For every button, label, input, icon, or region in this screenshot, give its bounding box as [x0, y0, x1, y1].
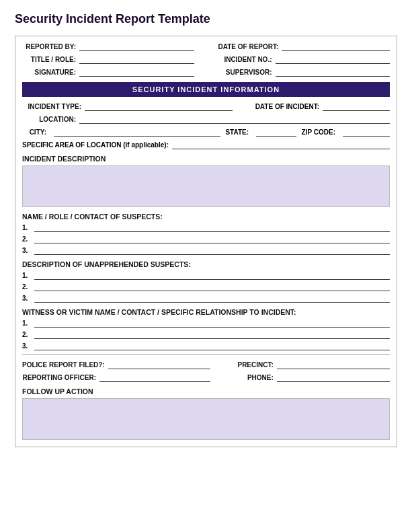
date-of-report-label: DATE OF REPORT:	[218, 43, 279, 50]
signature-field[interactable]	[79, 67, 194, 77]
witness-list: 1. 2. 3.	[22, 318, 390, 350]
zip-field[interactable]	[343, 127, 390, 137]
follow-up-field[interactable]	[22, 398, 390, 440]
title-role-field[interactable]	[79, 54, 194, 64]
reported-by-label: REPORTED BY:	[22, 43, 76, 50]
witness-field-2[interactable]	[34, 330, 390, 339]
unapprehended-field-1[interactable]	[34, 270, 390, 280]
incident-type-field[interactable]	[85, 102, 233, 111]
date-of-report-field[interactable]	[282, 42, 390, 51]
zip-label: ZIP CODE:	[300, 128, 335, 136]
phone-label: PHONE:	[233, 374, 274, 381]
supervisor-field[interactable]	[276, 67, 390, 77]
reporting-officer-field[interactable]	[99, 373, 210, 382]
suspect-field-2[interactable]	[34, 234, 390, 243]
unapprehended-item-1: 1.	[22, 270, 390, 280]
police-report-label: POLICE REPORT FILED?:	[22, 361, 105, 369]
police-report-field[interactable]	[108, 360, 210, 369]
witness-field-1[interactable]	[34, 318, 390, 328]
suspect-field-3[interactable]	[34, 245, 390, 255]
title-role-label: TITLE / ROLE:	[22, 56, 76, 63]
witness-field-3[interactable]	[34, 341, 390, 350]
precinct-field[interactable]	[277, 360, 390, 369]
section-header: SECURITY INCIDENT INFORMATION	[22, 82, 390, 97]
phone-field[interactable]	[277, 373, 390, 382]
supervisor-label: SUPERVISOR:	[218, 69, 272, 76]
location-label: LOCATION:	[22, 116, 76, 123]
reported-by-field[interactable]	[79, 42, 194, 51]
incident-no-label: INCIDENT NO.:	[218, 56, 272, 63]
date-of-incident-label: DATE OF INCIDENT:	[255, 103, 319, 110]
precinct-label: PRECINCT:	[233, 361, 274, 369]
suspect-item-2: 2.	[22, 234, 390, 243]
follow-up-label: FOLLOW UP ACTION	[22, 387, 390, 395]
incident-description-label: INCIDENT DESCRIPTION	[22, 155, 390, 163]
witness-item-3: 3.	[22, 341, 390, 350]
suspects-label: NAME / ROLE / CONTACT OF SUSPECTS:	[22, 213, 390, 221]
specific-area-label: SPECIFIC AREA OF LOCATION (if applicable…	[22, 141, 169, 149]
suspects-list: 1. 2. 3.	[22, 223, 390, 255]
location-field[interactable]	[79, 114, 390, 124]
incident-no-field[interactable]	[276, 54, 390, 64]
suspect-field-1[interactable]	[34, 223, 390, 232]
reporting-officer-label: REPORTING OFFICER:	[22, 374, 96, 381]
city-field[interactable]	[54, 127, 220, 137]
suspect-item-1: 1.	[22, 223, 390, 232]
witness-item-2: 2.	[22, 330, 390, 339]
suspect-item-3: 3.	[22, 245, 390, 255]
unapprehended-label: DESCRIPTION OF UNAPPREHENDED SUSPECTS:	[22, 260, 390, 268]
incident-description-field[interactable]	[22, 165, 390, 207]
unapprehended-list: 1. 2. 3.	[22, 270, 390, 303]
specific-area-field[interactable]	[172, 140, 390, 149]
city-label: CITY:	[22, 128, 46, 136]
page-title: Security Incident Report Template	[15, 12, 397, 26]
witness-label: WITNESS OR VICTIM NAME / CONTACT / SPECI…	[22, 308, 390, 316]
unapprehended-field-3[interactable]	[34, 293, 390, 303]
date-of-incident-field[interactable]	[323, 102, 390, 111]
state-label: STATE:	[224, 128, 249, 136]
unapprehended-field-2[interactable]	[34, 282, 390, 291]
state-field[interactable]	[256, 127, 296, 137]
signature-label: SIGNATURE:	[22, 69, 76, 76]
unapprehended-item-2: 2.	[22, 282, 390, 291]
incident-type-label: INCIDENT TYPE:	[22, 103, 81, 110]
witness-item-1: 1.	[22, 318, 390, 328]
unapprehended-item-3: 3.	[22, 293, 390, 303]
